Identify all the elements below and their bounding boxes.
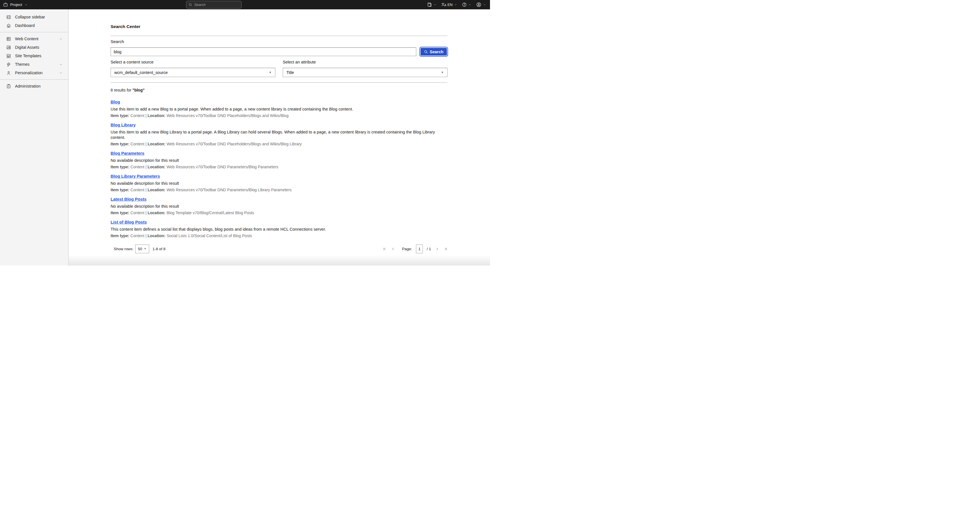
result-description: This content item defines a social list … <box>111 227 447 232</box>
result-meta: Item type: Content | Location: Web Resou… <box>111 141 447 146</box>
sidebar-item-label: Web Content <box>15 36 55 41</box>
result-description: Use this item to add a new Blog to a por… <box>111 106 447 112</box>
divider <box>111 36 447 36</box>
sidebar-item-dashboard[interactable]: Dashboard <box>0 21 68 30</box>
translate-icon: 文A <box>441 3 446 7</box>
sidebar-item-personalization[interactable]: Personalization <box>0 68 68 77</box>
dropdown-arrow-icon: ▼ <box>441 71 444 74</box>
sidebar-item-label: Themes <box>15 62 55 67</box>
search-icon <box>424 50 428 54</box>
chevron-down-icon <box>433 3 436 6</box>
sidebar-divider <box>0 32 68 32</box>
project-label: Project <box>10 3 22 7</box>
result-item: Blog Library Parameters No available des… <box>111 173 447 192</box>
sidebar-item-administration[interactable]: Administration <box>0 82 68 90</box>
results-count: 8 results for "blog" <box>111 88 447 92</box>
results-range: 1-8 of 8 <box>153 247 165 251</box>
result-meta: Item type: Content | Location: Social Li… <box>111 233 447 238</box>
page-title: Search Center <box>111 24 447 29</box>
sidebar-item-label: Personalization <box>15 71 55 75</box>
sidebar: Collapse sidebar Dashboard Web Content D… <box>0 10 68 265</box>
search-section-label: Search <box>111 39 447 44</box>
chevron-down-icon <box>24 3 28 6</box>
help-menu[interactable] <box>462 2 471 7</box>
main-content: Search Center Search Search Select a con… <box>68 10 490 265</box>
result-meta: Item type: Content | Location: Web Resou… <box>111 164 447 170</box>
theme-icon <box>6 62 11 67</box>
sidebar-item-themes[interactable]: Themes <box>0 60 68 68</box>
person-icon <box>6 71 11 75</box>
sidebar-item-label: Digital Assets <box>15 45 64 49</box>
result-item: Blog Use this item to add a new Blog to … <box>111 99 447 118</box>
content-source-label: Select a content source <box>111 60 275 64</box>
result-link[interactable]: Latest Blog Posts <box>111 197 146 202</box>
result-description: No available description for this result <box>111 158 447 163</box>
result-link[interactable]: Blog Parameters <box>111 151 144 156</box>
bottom-fade <box>68 255 490 265</box>
search-query-input[interactable] <box>111 47 416 56</box>
user-menu[interactable] <box>476 2 486 7</box>
sidebar-item-label: Site Templates <box>15 54 64 58</box>
sidebar-item-label: Administration <box>15 84 64 89</box>
layout-icon <box>6 54 11 59</box>
page-total: / 1 <box>427 247 431 251</box>
rows-per-page-value: 50 <box>138 247 142 251</box>
result-description: Use this item to add a new Blog Library … <box>111 130 447 140</box>
device-preview-icon <box>427 2 432 7</box>
search-button[interactable]: Search <box>420 47 447 56</box>
result-meta: Item type: Content | Location: Web Resou… <box>111 113 447 118</box>
result-link[interactable]: Blog Library <box>111 122 135 128</box>
result-link[interactable]: List of Blog Posts <box>111 219 147 225</box>
previous-page-button[interactable] <box>391 247 395 251</box>
divider <box>111 82 447 83</box>
language-label: EN <box>447 3 453 7</box>
dropdown-arrow-icon: ▼ <box>269 71 272 74</box>
results-footer: Show rows: 50 ▼ 1-8 of 8 Page: / 1 <box>68 243 490 255</box>
dropdown-arrow-icon: ▼ <box>144 247 146 250</box>
attribute-select[interactable]: Title ▼ <box>283 68 447 77</box>
language-menu[interactable]: 文A EN <box>441 3 457 7</box>
sidebar-item-collapse[interactable]: Collapse sidebar <box>0 13 68 21</box>
global-search-input[interactable] <box>194 3 239 7</box>
page-number-input[interactable] <box>416 244 423 253</box>
help-icon <box>462 2 467 7</box>
sidebar-item-label: Dashboard <box>15 23 64 28</box>
search-icon <box>189 3 192 6</box>
result-description: No available description for this result <box>111 204 447 209</box>
result-link[interactable]: Blog Library Parameters <box>111 173 160 179</box>
topbar-actions: 文A EN <box>427 0 486 10</box>
preview-device-menu[interactable] <box>427 2 436 7</box>
rows-per-page-select[interactable]: 50 ▼ <box>135 244 149 253</box>
chevron-down-icon <box>483 3 486 6</box>
chevron-down-icon <box>468 3 471 6</box>
result-item: Blog Parameters No available description… <box>111 151 447 170</box>
content-source-value: wcm_default_content_source <box>114 70 168 75</box>
global-search-box[interactable] <box>186 1 242 8</box>
sidebar-item-label: Collapse sidebar <box>15 15 64 19</box>
content-source-select[interactable]: wcm_default_content_source ▼ <box>111 68 275 77</box>
sidebar-item-digital-assets[interactable]: Digital Assets <box>0 43 68 52</box>
sidebar-item-web-content[interactable]: Web Content <box>0 35 68 43</box>
results-scroll-area[interactable]: Search Center Search Search Select a con… <box>68 10 490 243</box>
chevron-down-icon[interactable] <box>59 37 63 41</box>
sidebar-item-site-templates[interactable]: Site Templates <box>0 52 68 60</box>
result-item: List of Blog Posts This content item def… <box>111 219 447 238</box>
last-page-button[interactable] <box>443 247 447 251</box>
first-page-button[interactable] <box>383 247 387 251</box>
result-meta: Item type: Content | Location: Blog Temp… <box>111 210 447 216</box>
result-item: Blog Library Use this item to add a new … <box>111 122 447 146</box>
result-item: Latest Blog Posts No available descripti… <box>111 197 447 216</box>
attribute-label: Select an attribute <box>283 60 447 64</box>
avatar-icon <box>476 2 482 7</box>
result-description: No available description for this result <box>111 181 447 186</box>
chevron-down-icon[interactable] <box>59 63 63 66</box>
home-icon <box>6 23 11 28</box>
chevron-down-icon[interactable] <box>59 71 63 75</box>
project-menu[interactable]: Project <box>0 2 28 7</box>
top-header-bar: Project 文A EN <box>0 0 490 10</box>
image-icon <box>6 45 11 50</box>
next-page-button[interactable] <box>435 247 439 251</box>
chevron-down-icon <box>454 3 457 6</box>
briefcase-icon <box>3 2 8 7</box>
result-link[interactable]: Blog <box>111 99 120 105</box>
